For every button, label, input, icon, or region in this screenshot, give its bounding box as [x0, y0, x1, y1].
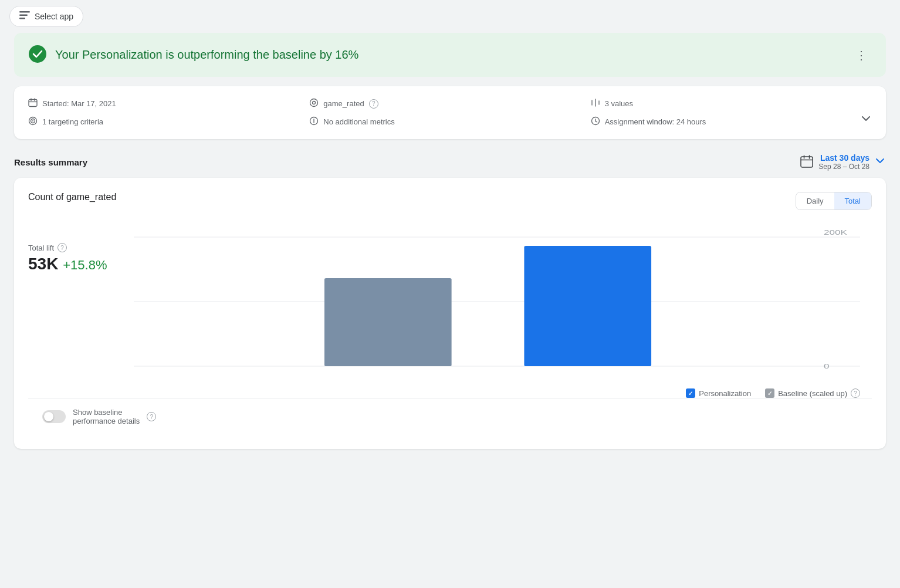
targeting-criteria: 1 targeting criteria — [28, 116, 309, 127]
baseline-legend: ✓ Baseline (scaled up) ? — [765, 388, 860, 398]
chart-toggle-group: Daily Total — [796, 192, 872, 210]
chart-header: Count of game_rated Daily Total — [28, 192, 872, 210]
total-lift-percentage: +15.8% — [63, 258, 107, 272]
results-header: Results summary Last 30 days Sep 28 – Oc… — [14, 153, 886, 171]
additional-metrics: No additional metrics — [309, 116, 590, 127]
chart-svg: 200K 0 — [134, 219, 860, 378]
svg-rect-2 — [19, 18, 25, 19]
chart-body: Total lift ? 53K +15.8% 200K 0 — [28, 219, 872, 384]
values-icon — [591, 98, 600, 109]
objective-label: game_rated — [323, 99, 364, 108]
info-card-expand-button[interactable] — [860, 113, 872, 127]
assignment-window-label: Assignment window: 24 hours — [605, 117, 706, 126]
values-label: 3 values — [605, 99, 633, 108]
svg-point-3 — [29, 45, 46, 63]
personalization-bar — [524, 246, 651, 366]
total-lift-values: 53K +15.8% — [28, 255, 122, 273]
values-item: 3 values — [591, 98, 872, 109]
baseline-bar — [324, 278, 452, 366]
select-app-button[interactable]: Select app — [9, 6, 83, 27]
svg-rect-0 — [19, 11, 30, 13]
svg-point-8 — [310, 99, 318, 107]
total-toggle-button[interactable]: Total — [834, 192, 871, 209]
svg-text:0: 0 — [824, 363, 830, 370]
personalization-legend: ✓ Personalization — [686, 388, 751, 398]
baseline-legend-checkbox: ✓ — [765, 388, 774, 398]
target-icon — [28, 116, 38, 127]
objective-help-icon[interactable]: ? — [369, 99, 378, 109]
banner-content: Your Personalization is outperforming th… — [28, 45, 358, 65]
date-range-label: Sep 28 – Oct 28 — [818, 163, 869, 171]
svg-rect-1 — [19, 15, 28, 16]
personalization-legend-checkbox: ✓ — [686, 388, 695, 398]
personalization-legend-label: Personalization — [699, 389, 751, 398]
banner-message: Your Personalization is outperforming th… — [55, 48, 358, 62]
results-title: Results summary — [14, 157, 87, 167]
date-period-label: Last 30 days — [818, 153, 869, 163]
baseline-toggle-switch[interactable] — [42, 410, 66, 423]
chart-stats: Total lift ? 53K +15.8% — [28, 219, 122, 384]
clock-icon — [591, 116, 600, 127]
metrics-icon — [309, 116, 319, 127]
chart-title: Count of game_rated — [28, 192, 116, 202]
total-lift-label-row: Total lift ? — [28, 243, 122, 252]
baseline-legend-label: Baseline (scaled up) — [778, 389, 847, 398]
date-picker[interactable]: Last 30 days Sep 28 – Oct 28 — [800, 153, 886, 171]
daily-toggle-button[interactable]: Daily — [796, 192, 834, 209]
date-range-display: Last 30 days Sep 28 – Oct 28 — [818, 153, 869, 171]
objective-icon — [309, 98, 319, 109]
toggle-switch-knob — [44, 412, 53, 421]
banner-more-button[interactable]: ⋮ — [851, 46, 872, 65]
date-calendar-icon — [800, 154, 814, 170]
additional-metrics-label: No additional metrics — [323, 117, 394, 126]
date-picker-chevron-icon[interactable] — [874, 155, 886, 170]
total-lift-help-icon[interactable]: ? — [57, 243, 67, 252]
total-lift-number: 53K — [28, 255, 58, 273]
started-label: Started: Mar 17, 2021 — [42, 99, 116, 108]
assignment-window: Assignment window: 24 hours — [591, 116, 872, 127]
baseline-legend-help-icon[interactable]: ? — [851, 388, 860, 398]
svg-rect-21 — [801, 157, 813, 167]
svg-text:200K: 200K — [824, 229, 847, 236]
performance-banner: Your Personalization is outperforming th… — [14, 33, 886, 77]
chart-area: 200K 0 — [122, 219, 872, 384]
chart-card: Count of game_rated Daily Total Total li… — [14, 178, 886, 449]
calendar-icon — [28, 98, 38, 109]
svg-line-20 — [596, 121, 597, 123]
started-date: Started: Mar 17, 2021 — [28, 98, 309, 109]
baseline-footer: Show baseline performance details ? — [28, 398, 872, 435]
svg-point-15 — [32, 120, 33, 121]
svg-rect-4 — [29, 100, 37, 107]
targeting-label: 1 targeting criteria — [42, 117, 103, 126]
objective-item: game_rated ? — [309, 98, 590, 109]
select-app-label: Select app — [35, 12, 73, 21]
chart-legend: ✓ Personalization ✓ Baseline (scaled up)… — [28, 388, 872, 398]
filter-icon — [19, 11, 30, 22]
success-icon — [28, 45, 47, 65]
svg-point-9 — [313, 102, 316, 104]
info-grid: Started: Mar 17, 2021 game_rated ? — [28, 98, 872, 127]
baseline-toggle-label: Show baseline performance details — [73, 408, 140, 425]
info-card: Started: Mar 17, 2021 game_rated ? — [14, 86, 886, 139]
baseline-footer-help-icon[interactable]: ? — [147, 412, 156, 421]
total-lift-text: Total lift — [28, 244, 54, 252]
